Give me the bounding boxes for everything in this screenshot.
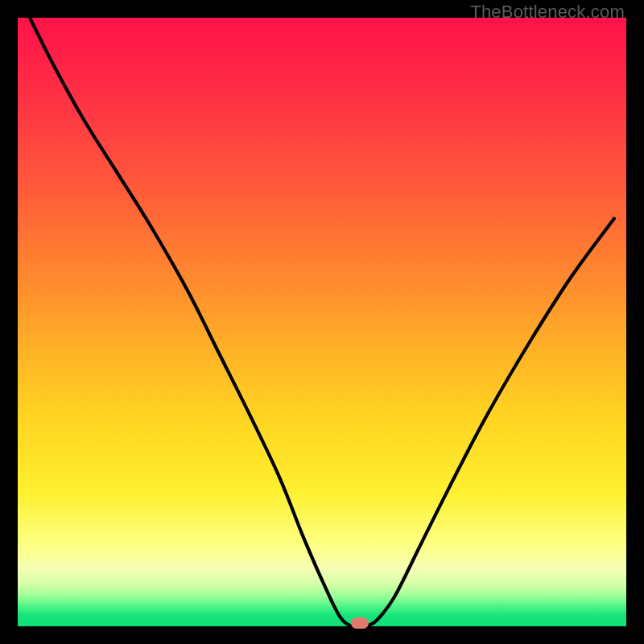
minimum-marker: [351, 617, 369, 629]
bottleneck-curve: [18, 18, 626, 626]
chart-frame: TheBottleneck.com: [0, 0, 644, 644]
plot-area: [18, 18, 626, 626]
